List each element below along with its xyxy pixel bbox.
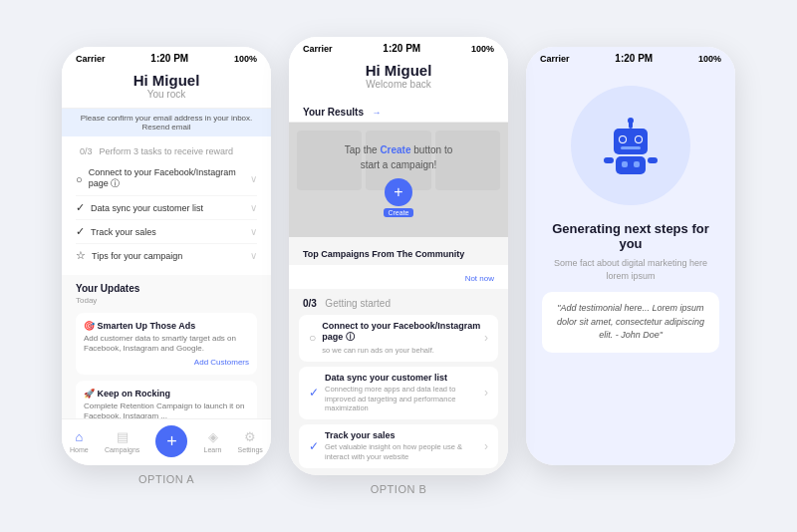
nav-campaigns[interactable]: ▤ Campaigns — [105, 429, 139, 453]
nav-settings[interactable]: ⚙ Settings — [238, 429, 263, 453]
time-a: 1:20 PM — [150, 53, 188, 64]
sub-b: Welcome back — [305, 79, 492, 90]
task-row-icon-1: ○ — [309, 331, 316, 345]
task-item-4[interactable]: ☆ Tips for your campaign ∨ — [76, 244, 257, 267]
status-icons-b: 100% — [471, 44, 494, 54]
tasks-header-a: 0/3 Perform 3 tasks to receive reward — [76, 144, 257, 156]
campaigns-label: Campaigns — [105, 446, 139, 453]
task-row-sub-1: so we can run ads on your behalf. — [322, 346, 484, 356]
task-row-icon-2: ✓ — [309, 386, 319, 399]
carrier-b: Carrier — [303, 44, 333, 54]
create-fab[interactable]: + — [385, 178, 412, 206]
updates-date: Today — [76, 296, 257, 305]
results-arrow: → — [372, 108, 381, 118]
svg-rect-11 — [604, 157, 614, 163]
generating-title: Generating next steps for you — [526, 221, 735, 251]
option-a-label: OPTION A — [138, 473, 194, 485]
phones-container: Carrier 1:20 PM 100% Hi Miguel You rock … — [32, 17, 765, 515]
status-bar-b: Carrier 1:20 PM 100% — [289, 37, 508, 56]
getting-started-section: 0/3 Getting started — [289, 289, 508, 315]
status-icons-a: 100% — [234, 54, 257, 64]
update-card-desc-1: Add customer data to smartly target ads … — [84, 334, 249, 355]
gs-counter: 0/3 — [303, 298, 317, 309]
svg-point-3 — [620, 136, 626, 142]
confirm-text: Please confirm your email address in you… — [81, 114, 253, 132]
task-row-3[interactable]: ✓ Track your sales Get valuable insight … — [299, 424, 498, 468]
task-row-title-2: Data sync your customer list — [325, 373, 484, 383]
update-card-1[interactable]: 🎯 Smarten Up Those Ads Add customer data… — [76, 313, 257, 375]
task-icon-1: ○ — [76, 173, 83, 185]
not-now-container: Not now — [289, 265, 508, 289]
nav-home[interactable]: ⌂ Home — [70, 429, 89, 453]
create-btn-nav[interactable]: + — [155, 425, 187, 457]
status-bar-a: Carrier 1:20 PM 100% — [62, 47, 271, 66]
option-c-wrapper: Carrier 1:20 PM 100% — [526, 47, 735, 485]
phone-a-header: Hi Miguel You rock — [62, 66, 271, 109]
chevron-3: ∨ — [250, 226, 257, 237]
phone-a-content: Hi Miguel You rock Please confirm your e… — [62, 66, 271, 465]
phone-c: Carrier 1:20 PM 100% — [526, 47, 735, 465]
confirm-banner[interactable]: Please confirm your email address in you… — [62, 109, 271, 136]
update-card-title-1: 🎯 Smarten Up Those Ads — [84, 321, 249, 331]
svg-rect-5 — [621, 146, 641, 149]
update-card-desc-2: Complete Retention Campaign to launch it… — [84, 401, 249, 418]
campaign-overlay: Tap the Create button tostart a campaign… — [345, 142, 452, 217]
task-row-2[interactable]: ✓ Data sync your customer list Connectin… — [299, 367, 498, 419]
time-b: 1:20 PM — [383, 43, 420, 54]
testimonial: "Add testimonial here... Lorem ipsum dol… — [542, 292, 719, 353]
battery-a: 100% — [234, 54, 257, 64]
bottom-nav-a: ⌂ Home ▤ Campaigns + ◈ Learn — [62, 418, 271, 465]
svg-rect-12 — [648, 157, 658, 163]
task-row-icon-3: ✓ — [309, 439, 319, 453]
robot-icon — [596, 111, 665, 180]
status-bar-c: Carrier 1:20 PM 100% — [526, 47, 735, 66]
gs-label: Getting started — [325, 298, 391, 309]
phone-a: Carrier 1:20 PM 100% Hi Miguel You rock … — [62, 47, 271, 465]
phone-c-content: Generating next steps for you Some fact … — [526, 66, 735, 465]
phone-b-header: Hi Miguel Welcome back — [289, 56, 508, 98]
task-row-1[interactable]: ○ Connect to your Facebook/Instagram pag… — [299, 315, 498, 362]
battery-b: 100% — [471, 44, 494, 54]
task-row-title-1: Connect to your Facebook/Instagram page … — [322, 321, 484, 344]
task-icon-2: ✓ — [76, 201, 85, 214]
add-customers-link[interactable]: Add Customers — [84, 358, 249, 367]
task-item-3[interactable]: ✓ Track your sales ∨ — [76, 220, 257, 244]
campaign-area: Tap the Create button tostart a campaign… — [289, 123, 508, 237]
not-now-link[interactable]: Not now — [465, 274, 494, 283]
task-row-sub-3: Get valuable insight on how people use &… — [325, 442, 484, 462]
svg-rect-8 — [616, 156, 646, 174]
update-card-title-2: 🚀 Keep on Rocking — [84, 389, 249, 399]
nav-learn[interactable]: ◈ Learn — [204, 429, 222, 453]
campaign-prompt-1: Tap the — [345, 144, 381, 155]
task-rows: ○ Connect to your Facebook/Instagram pag… — [289, 315, 508, 475]
task-row-sub-2: Connecting more apps and data lead to im… — [325, 385, 484, 413]
svg-rect-0 — [614, 129, 648, 154]
option-c-placeholder — [629, 473, 633, 485]
robot-circle — [571, 86, 690, 205]
task-text-4: Tips for your campaign — [92, 251, 182, 261]
option-b-wrapper: Carrier 1:20 PM 100% Hi Miguel Welcome b… — [289, 37, 508, 495]
greeting-b: Hi Miguel — [305, 62, 492, 79]
svg-point-4 — [636, 136, 642, 142]
update-card-2[interactable]: 🚀 Keep on Rocking Complete Retention Cam… — [76, 381, 257, 418]
task-item-1[interactable]: ○ Connect to your Facebook/Instagram pag… — [76, 162, 257, 196]
learn-label: Learn — [204, 446, 222, 453]
task-icon-3: ✓ — [76, 225, 85, 238]
phone-b-content: Hi Miguel Welcome back Your Results → — [289, 56, 508, 475]
option-b-label: OPTION B — [371, 483, 427, 495]
chevron-2: ∨ — [250, 202, 257, 213]
generating-sub: Some fact about digital marketing here l… — [526, 257, 735, 282]
svg-point-7 — [628, 118, 634, 124]
phone-b: Carrier 1:20 PM 100% Hi Miguel Welcome b… — [289, 37, 508, 475]
create-label: Create — [384, 208, 412, 217]
nav-create[interactable]: + — [155, 425, 187, 457]
greeting-a: Hi Miguel — [78, 72, 255, 89]
sub-a: You rock — [78, 89, 255, 100]
chevron-1: ∨ — [250, 173, 257, 184]
task-icon-4: ☆ — [76, 249, 86, 262]
task-row-title-3: Track your sales — [325, 430, 484, 440]
task-item-2[interactable]: ✓ Data sync your customer list ∨ — [76, 196, 257, 220]
updates-section: Your Updates Today 🎯 Smarten Up Those Ad… — [62, 275, 271, 418]
svg-rect-9 — [622, 161, 628, 167]
updates-title: Your Updates — [76, 283, 257, 294]
